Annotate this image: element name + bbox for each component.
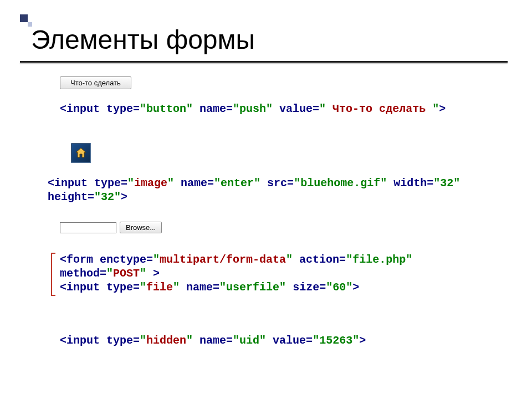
browse-button[interactable]: Browse...: [120, 222, 162, 233]
sample-image-button[interactable]: [71, 143, 91, 163]
title-underline: [20, 61, 508, 63]
slide: Элементы формы Что-то сделать <input typ…: [0, 0, 532, 399]
svg-marker-0: [76, 148, 86, 157]
title-bullet-icon: [20, 14, 32, 27]
sample-button[interactable]: Что-то сделать: [60, 76, 131, 89]
file-path-input[interactable]: [60, 222, 116, 233]
example-button-widget: Что-то сделать: [60, 76, 131, 89]
code-hidden: <input type="hidden" name="uid" value="1…: [60, 334, 492, 347]
code-file: <form enctype="multipart/form-data" acti…: [60, 253, 492, 294]
sample-file-widget: Browse...: [60, 222, 162, 233]
code-bracket: [48, 253, 57, 296]
home-icon: [74, 146, 88, 160]
slide-title: Элементы формы: [31, 24, 255, 55]
code-button: <input type="button" name="push" value="…: [60, 102, 481, 116]
code-image: <input type="image" name="enter" src="bl…: [48, 176, 491, 204]
